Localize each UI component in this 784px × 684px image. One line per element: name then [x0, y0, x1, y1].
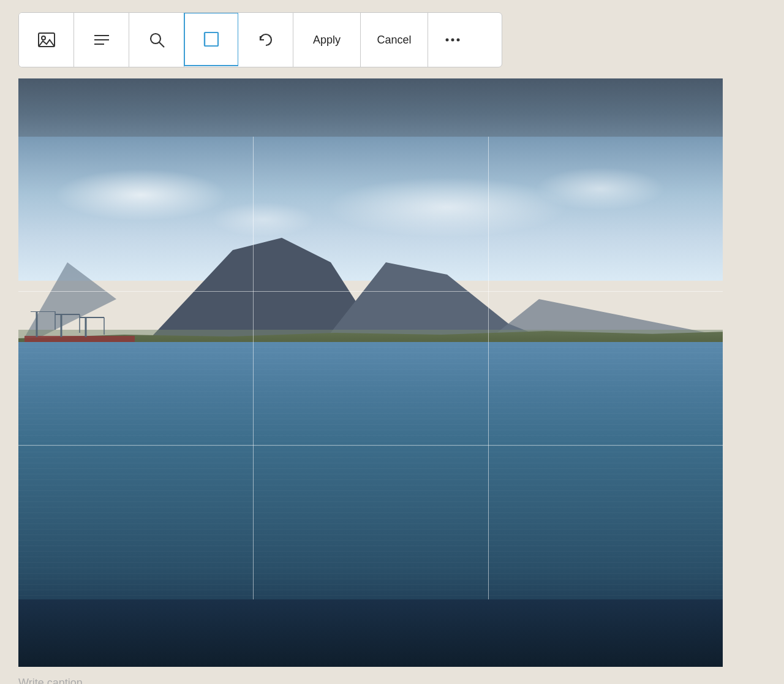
text-tool-button[interactable]: [74, 13, 129, 67]
image-tool-button[interactable]: [19, 13, 74, 67]
image-sky-top: [18, 78, 723, 137]
crop-tool-button[interactable]: [184, 12, 239, 66]
search-tool-button[interactable]: [129, 13, 184, 67]
caption-placeholder[interactable]: Write caption...: [18, 677, 92, 684]
more-icon: [443, 30, 462, 50]
rotate-icon: [256, 30, 276, 50]
crop-icon: [202, 29, 221, 49]
cancel-button[interactable]: Cancel: [361, 13, 428, 67]
svg-rect-7: [205, 32, 218, 46]
image-bottom: [18, 599, 723, 667]
search-icon: [147, 30, 167, 50]
apply-button[interactable]: Apply: [293, 13, 361, 67]
svg-line-6: [159, 42, 164, 47]
image-icon: [37, 30, 56, 50]
text-icon: [92, 30, 111, 50]
svg-point-1: [42, 36, 45, 40]
image-editor: Write caption...: [18, 78, 723, 684]
caption-area: Write caption...: [18, 667, 723, 684]
image-toolbar: Apply Cancel: [18, 12, 502, 67]
rotate-tool-button[interactable]: [238, 13, 293, 67]
svg-point-12: [457, 39, 460, 42]
svg-point-5: [151, 34, 160, 44]
svg-point-10: [446, 39, 449, 42]
image-canvas: [18, 78, 723, 667]
svg-point-11: [451, 39, 454, 42]
more-options-button[interactable]: [428, 13, 477, 67]
